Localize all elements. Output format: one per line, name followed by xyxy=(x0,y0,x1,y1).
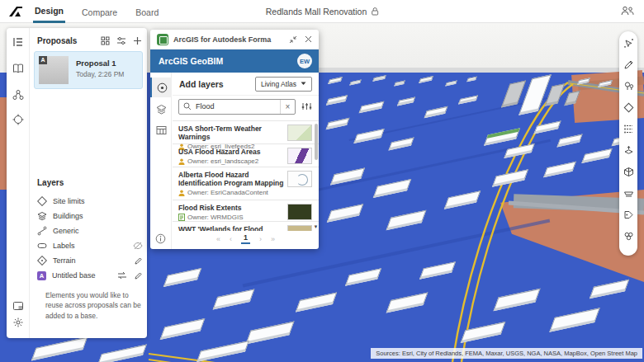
search-box[interactable]: × xyxy=(178,99,296,115)
proposal-date: Today, 2:26 PM xyxy=(76,70,124,78)
project-title: Redlands Mall Renovation xyxy=(266,7,379,16)
info-icon[interactable] xyxy=(155,233,166,244)
smart-select-icon[interactable] xyxy=(623,38,634,49)
site-limits-icon xyxy=(37,196,47,206)
integrations-nodes-icon[interactable] xyxy=(12,89,24,101)
proposal-name: Proposal 1 xyxy=(76,59,116,68)
layer-row-site-limits[interactable]: Site limits xyxy=(37,195,143,208)
generic-path-icon xyxy=(37,226,47,236)
levels-list-icon[interactable] xyxy=(623,124,634,134)
base-badge-icon: A xyxy=(37,271,46,280)
lock-icon[interactable] xyxy=(371,7,378,16)
layer-row-buildings[interactable]: Buildings xyxy=(37,209,143,223)
labels-icon xyxy=(37,241,47,251)
collapse-icon[interactable] xyxy=(286,32,301,47)
edit-pencil-icon[interactable] xyxy=(134,256,143,266)
arcgis-dialog: ArcGIS for Autodesk Forma ArcGIS GeoBIM … xyxy=(150,30,319,249)
current-page[interactable]: 1 xyxy=(241,233,250,244)
arcgis-app-icon xyxy=(157,34,168,45)
next-page-icon[interactable]: › xyxy=(259,235,262,243)
search-filter-icon[interactable] xyxy=(301,101,312,111)
scroll-down-arrow-icon[interactable]: ▼ xyxy=(313,224,319,230)
edit-pencil-icon[interactable] xyxy=(134,271,143,280)
filter-sliders-icon[interactable] xyxy=(116,36,126,45)
dialog-title: ArcGIS for Autodesk Forma xyxy=(173,35,286,44)
top-bar: Design Compare Board Redlands Mall Renov… xyxy=(0,0,644,23)
left-panel-rail xyxy=(7,28,30,338)
trees-cluster-icon[interactable] xyxy=(623,231,634,242)
settings-gear-icon[interactable] xyxy=(12,317,24,328)
minimap-icon[interactable] xyxy=(12,300,24,312)
geobim-title: ArcGIS GeoBIM xyxy=(159,56,297,66)
pagination: « ‹ 1 › » xyxy=(173,233,319,244)
result-thumbnail xyxy=(287,125,312,141)
proposals-title: Proposals xyxy=(37,36,77,45)
dialog-rail xyxy=(150,73,172,249)
chevron-down-icon xyxy=(301,82,306,86)
prev-page-icon[interactable]: ‹ xyxy=(230,235,232,243)
layer-row-terrain[interactable]: Terrain xyxy=(37,254,143,267)
collaborators-icon[interactable] xyxy=(621,6,634,16)
owner-person-icon xyxy=(178,158,185,165)
dialog-titlebar[interactable]: ArcGIS for Autodesk Forma xyxy=(150,30,319,49)
proposal-item[interactable]: A Proposal 1 Today, 2:26 PM xyxy=(34,51,143,89)
tab-design[interactable]: Design xyxy=(33,0,65,23)
buildings-icon xyxy=(37,211,47,221)
result-thumbnail xyxy=(287,204,312,220)
search-input[interactable] xyxy=(196,102,278,110)
results-scrollbar[interactable] xyxy=(315,124,318,160)
vegetation-icon[interactable] xyxy=(623,81,634,92)
left-panel-content: Proposals A Proposal 1 Today, 2:26 PM La… xyxy=(31,28,147,338)
owner-person-icon xyxy=(178,190,185,196)
library-book-icon[interactable] xyxy=(12,63,24,74)
panel-list-icon[interactable] xyxy=(12,36,24,48)
layer-row-untitled-base[interactable]: A Untitled base xyxy=(37,269,143,282)
owner-file-icon xyxy=(178,214,185,221)
close-icon[interactable] xyxy=(301,32,315,47)
tab-board[interactable]: Board xyxy=(134,1,160,22)
source-selector-dropdown[interactable]: Living Atlas xyxy=(255,77,312,92)
layers-hint-text: Elements you would like to reuse across … xyxy=(45,290,141,321)
cube-icon[interactable] xyxy=(623,167,634,177)
result-thumbnail xyxy=(287,225,312,231)
first-page-icon[interactable]: « xyxy=(216,235,220,243)
add-proposal-icon[interactable] xyxy=(133,36,142,45)
last-page-icon[interactable]: » xyxy=(271,235,275,243)
layers-title: Layers xyxy=(37,178,64,187)
result-row[interactable]: USA Short-Term Weather Warnings Owner: e… xyxy=(173,121,319,144)
search-results-list: USA Short-Term Weather Warnings Owner: e… xyxy=(173,120,319,231)
autodesk-logo-icon xyxy=(8,6,23,17)
grid-view-icon[interactable] xyxy=(101,36,110,45)
visibility-off-icon[interactable] xyxy=(133,242,143,250)
add-layers-title: Add layers xyxy=(179,79,255,89)
result-row[interactable]: USA Flood Hazard Areas Owner: esri_lands… xyxy=(173,144,319,167)
terrain-icon xyxy=(37,256,47,266)
road-layers-icon[interactable] xyxy=(623,188,634,199)
left-panel: Proposals A Proposal 1 Today, 2:26 PM La… xyxy=(7,28,147,338)
base-a-badge: A xyxy=(39,56,47,64)
layers-stack-icon[interactable] xyxy=(150,99,172,119)
geobim-app-bar: ArcGIS GeoBIM EW xyxy=(150,49,319,73)
add-data-icon[interactable] xyxy=(150,78,172,97)
draw-pencil-icon[interactable] xyxy=(623,59,634,70)
result-row[interactable]: WWT 'Wetlands for Flood Resilience' xyxy=(173,222,319,231)
result-row[interactable]: Alberta Flood Hazard Identification Prog… xyxy=(173,167,319,200)
map-attribution: Sources: Esri, City of Redlands, FEMA, M… xyxy=(371,348,642,359)
clear-search-icon[interactable]: × xyxy=(280,100,295,114)
result-thumbnail xyxy=(287,171,312,187)
layer-row-labels[interactable]: Labels xyxy=(37,239,143,252)
geolocation-icon[interactable] xyxy=(12,114,24,125)
proposal-thumbnail: A xyxy=(39,56,69,84)
result-thumbnail xyxy=(287,148,312,164)
tab-compare[interactable]: Compare xyxy=(80,1,119,22)
swap-icon[interactable] xyxy=(117,271,127,280)
search-icon xyxy=(183,102,192,110)
extrude-box-icon[interactable] xyxy=(623,145,634,156)
result-row[interactable]: Flood Risk Extents Owner: WRMDGIS xyxy=(173,200,319,222)
user-avatar[interactable]: EW xyxy=(297,54,312,68)
right-toolbar xyxy=(619,31,637,256)
layer-row-generic[interactable]: Generic xyxy=(37,224,143,237)
table-icon[interactable] xyxy=(150,120,172,140)
site-limit-icon[interactable] xyxy=(623,102,634,113)
tag-icon[interactable] xyxy=(623,209,634,220)
